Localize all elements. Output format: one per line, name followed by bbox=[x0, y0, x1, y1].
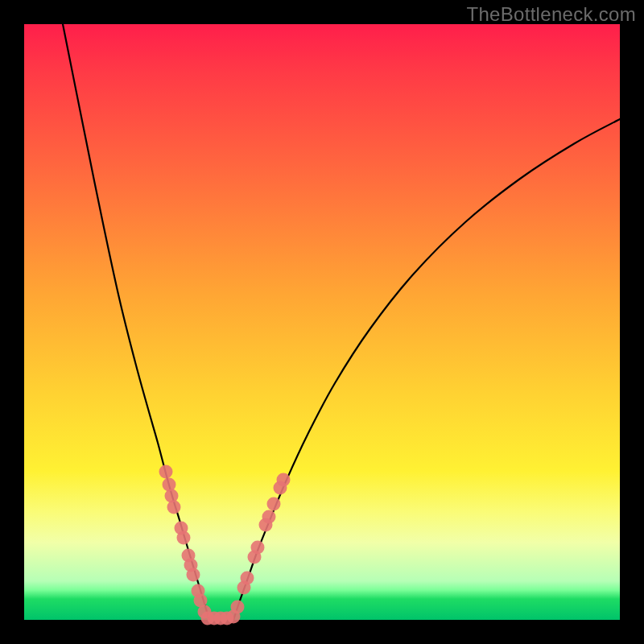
highlight-dot bbox=[251, 541, 265, 555]
highlight-dot bbox=[165, 489, 179, 503]
highlight-dot bbox=[167, 501, 181, 514]
plot-area bbox=[24, 24, 620, 620]
watermark-text: TheBottleneck.com bbox=[466, 3, 636, 26]
curve-layer bbox=[24, 24, 620, 620]
highlight-dot bbox=[163, 478, 176, 492]
highlight-dot bbox=[231, 601, 245, 614]
highlight-dot bbox=[262, 510, 276, 524]
highlight-dot bbox=[241, 572, 254, 585]
highlight-dot bbox=[267, 497, 281, 511]
curve-right-branch bbox=[233, 119, 620, 620]
highlight-dot bbox=[159, 465, 173, 479]
highlight-dots bbox=[159, 465, 291, 625]
highlight-dot bbox=[277, 473, 291, 487]
highlight-dot bbox=[177, 531, 191, 545]
highlight-dot bbox=[187, 568, 200, 582]
